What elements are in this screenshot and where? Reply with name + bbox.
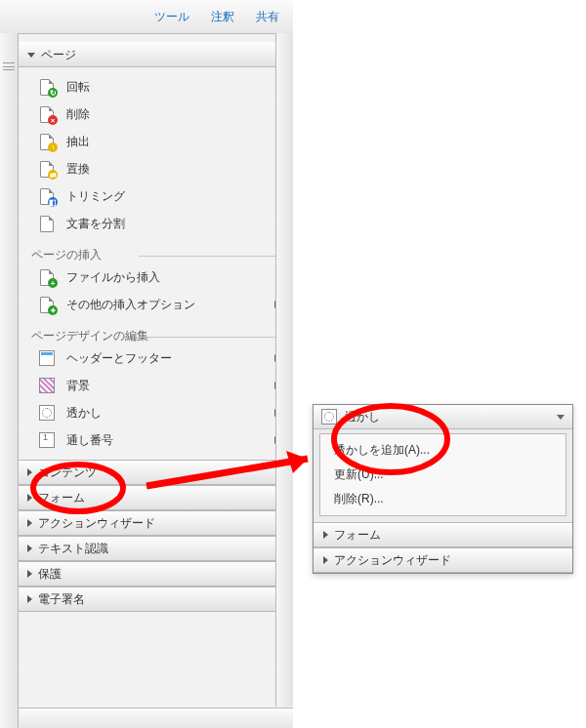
extract-icon: ↑ (39, 134, 55, 149)
tools-panel: ツール 注釈 共有 ページ ↻ 回転 × 削除 (0, 0, 294, 728)
popup-section-forms[interactable]: フォーム (314, 522, 572, 547)
chevron-right-icon (27, 595, 32, 603)
section-pages-body: ↻ 回転 × 削除 ↑ 抽出 ⇄ 置換 ◧ トリミング (18, 67, 293, 460)
section-esignature-label: 電子署名 (38, 591, 85, 608)
background-icon (39, 378, 55, 393)
item-trimming[interactable]: ◧ トリミング (18, 182, 293, 210)
tab-share[interactable]: 共有 (256, 9, 279, 25)
vertical-rail[interactable] (0, 33, 19, 728)
watermark-icon (321, 409, 337, 425)
item-insert-from-file[interactable]: + ファイルから挿入 (18, 263, 293, 291)
chevron-down-icon (27, 53, 35, 58)
item-header-footer[interactable]: ヘッダーとフッター (18, 344, 293, 372)
item-watermark-label: 透かし (66, 405, 263, 422)
section-contents-label: コンテンツ (38, 465, 97, 481)
page-numbers-icon (39, 432, 55, 448)
section-action-wizard[interactable]: アクションウィザード (18, 510, 293, 536)
insert-options-icon: ✦ (39, 297, 55, 312)
section-pages[interactable]: ページ (18, 42, 293, 67)
section-text-recognition-label: テキスト認識 (38, 541, 108, 557)
item-insert-options[interactable]: ✦ その他の挿入オプション (18, 291, 293, 318)
chevron-right-icon (27, 468, 32, 476)
chevron-down-icon (557, 415, 565, 420)
popup-item-add[interactable]: 透かしを追加(A)... (320, 438, 565, 463)
header-footer-icon (39, 350, 55, 366)
chevron-right-icon (27, 570, 32, 578)
item-background-label: 背景 (66, 378, 263, 394)
popup-item-update[interactable]: 更新(U)... (320, 463, 565, 487)
item-page-numbers-label: 通し番号 (66, 432, 263, 449)
item-header-footer-label: ヘッダーとフッター (66, 350, 263, 367)
popup-header-label: 透かし (345, 409, 380, 425)
section-contents[interactable]: コンテンツ (18, 460, 293, 485)
popup-section-action-wizard[interactable]: アクションウィザード (314, 547, 572, 573)
watermark-popup: 透かし 透かしを追加(A)... 更新(U)... 削除(R)... フォーム … (313, 404, 573, 574)
right-zone (293, 0, 586, 728)
section-forms[interactable]: フォーム (18, 485, 293, 510)
item-insert-from-file-label: ファイルから挿入 (66, 269, 293, 286)
subsection-insert-label: ページの挿入 (18, 247, 293, 263)
section-esignature[interactable]: 電子署名 (18, 586, 293, 612)
item-rotate[interactable]: ↻ 回転 (18, 73, 293, 101)
chevron-right-icon (27, 545, 32, 552)
item-replace-label: 置換 (66, 161, 293, 178)
watermark-icon (39, 405, 55, 421)
section-text-recognition[interactable]: テキスト認識 (18, 536, 293, 561)
tab-tools[interactable]: ツール (154, 9, 189, 25)
insert-file-icon: + (39, 269, 55, 285)
panel-content: ページ ↻ 回転 × 削除 ↑ 抽出 ⇄ 置換 (18, 34, 293, 728)
item-trimming-label: トリミング (66, 188, 293, 205)
popup-collapsed: フォーム アクションウィザード (314, 522, 572, 573)
popup-item-delete[interactable]: 削除(R)... (320, 487, 565, 511)
item-delete[interactable]: × 削除 (18, 101, 293, 128)
delete-icon: × (39, 106, 55, 122)
popup-menu: 透かしを追加(A)... 更新(U)... 削除(R)... (319, 433, 566, 516)
item-page-numbers[interactable]: 通し番号 (18, 426, 293, 454)
popup-header[interactable]: 透かし (314, 405, 572, 429)
tab-comments[interactable]: 注釈 (211, 9, 234, 25)
item-watermark[interactable]: 透かし (18, 399, 293, 426)
panel-footer (18, 708, 293, 728)
item-insert-options-label: その他の挿入オプション (66, 297, 263, 313)
section-forms-label: フォーム (38, 490, 85, 506)
section-protection-label: 保護 (38, 566, 62, 583)
section-pages-label: ページ (41, 47, 76, 63)
split-icon (39, 216, 55, 231)
item-background[interactable]: 背景 (18, 372, 293, 399)
popup-section-forms-label: フォーム (334, 527, 381, 544)
item-delete-label: 削除 (66, 106, 293, 123)
item-rotate-label: 回転 (66, 79, 293, 96)
item-split[interactable]: 文書を分割 (18, 210, 293, 237)
tabbar: ツール 注釈 共有 (0, 0, 293, 34)
section-protection[interactable]: 保護 (18, 561, 293, 586)
scrollbar[interactable] (275, 33, 293, 707)
section-action-wizard-label: アクションウィザード (38, 515, 155, 532)
chevron-right-icon (323, 556, 328, 564)
replace-icon: ⇄ (39, 161, 55, 177)
chevron-right-icon (27, 519, 32, 527)
chevron-right-icon (27, 494, 32, 502)
chevron-right-icon (323, 531, 328, 539)
rotate-icon: ↻ (39, 79, 55, 95)
item-split-label: 文書を分割 (66, 216, 293, 232)
item-extract-label: 抽出 (66, 134, 293, 150)
collapsed-sections: コンテンツ フォーム アクションウィザード テキスト認識 保護 (18, 460, 293, 612)
subsection-design-label: ページデザインの編集 (18, 328, 293, 344)
popup-section-action-wizard-label: アクションウィザード (334, 552, 451, 569)
trim-icon: ◧ (39, 188, 55, 204)
item-replace[interactable]: ⇄ 置換 (18, 155, 293, 182)
item-extract[interactable]: ↑ 抽出 (18, 128, 293, 155)
